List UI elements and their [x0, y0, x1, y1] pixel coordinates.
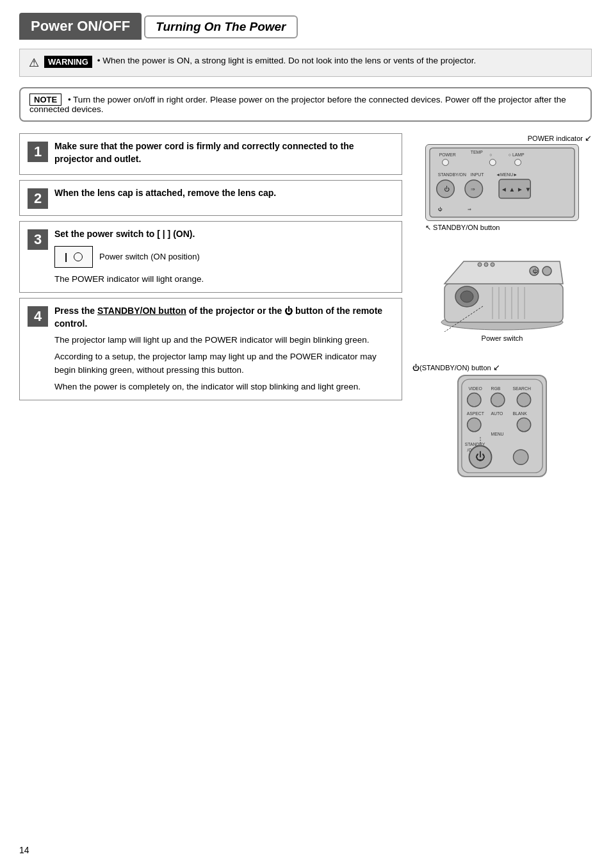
step-2-content: When the lens cap is attached, remove th…: [54, 187, 394, 202]
step-3-body: The POWER indicator will light orange.: [54, 273, 394, 286]
power-indicator-label: POWER indicator: [528, 135, 583, 142]
steps-column: 1 Make sure that the power cord is firml…: [19, 133, 402, 477]
diagrams-column: POWER indicator ↙ POWER TEMP ○ ○ LAMP ST…: [412, 133, 592, 477]
warning-icon: ⚠: [29, 56, 39, 70]
svg-text:INPUT: INPUT: [471, 172, 484, 177]
step-4-body3: When the power is completely on, the ind…: [54, 381, 394, 393]
svg-text:BLANK: BLANK: [513, 411, 528, 416]
section-title: Turning On The Power: [144, 15, 297, 38]
svg-point-5: [443, 160, 449, 166]
svg-point-6: [489, 160, 496, 166]
step-1-number: 1: [28, 142, 48, 162]
step-2-title: When the lens cap is attached, remove th…: [54, 187, 394, 200]
projector-side-svg: ⏻: [425, 249, 579, 332]
switch-box: |: [54, 246, 93, 268]
svg-text:◄MENU►: ◄MENU►: [496, 172, 517, 177]
svg-point-23: [460, 291, 473, 302]
svg-point-36: [491, 263, 494, 266]
step-4: 4 Press the STANDBY/ON button of the pro…: [19, 298, 402, 400]
step-4-body1: The projector lamp will light up and the…: [54, 334, 394, 347]
projector-diagram: POWER indicator ↙ POWER TEMP ○ ○ LAMP ST…: [412, 133, 592, 232]
svg-point-33: [542, 266, 551, 275]
svg-text:○ LAMP: ○ LAMP: [509, 152, 525, 157]
svg-point-48: [517, 418, 530, 431]
header-title: Power ON/OFF: [31, 18, 130, 34]
svg-text:MENU: MENU: [491, 432, 504, 436]
svg-text:SEARCH: SEARCH: [513, 386, 531, 391]
step-1-content: Make sure that the power cord is firmly …: [54, 140, 394, 168]
svg-text:⏻: ⏻: [475, 451, 485, 462]
standby-button-label: STANDBY/ON button: [433, 224, 500, 231]
page-number: 14: [19, 845, 29, 855]
step-3-number: 3: [28, 229, 48, 250]
svg-text:RGB: RGB: [491, 386, 501, 391]
svg-point-35: [484, 263, 488, 266]
step-3-content: Set the power switch to [ | ] (ON). | Po…: [54, 228, 394, 286]
svg-text:⇒: ⇒: [468, 207, 471, 211]
remote-svg: VIDEO RGB SEARCH ASPECT AUTO BLANK MENU …: [457, 375, 547, 477]
svg-text:⏻: ⏻: [444, 186, 450, 192]
svg-text:STANDBY/ON: STANDBY/ON: [438, 172, 466, 177]
projector-3d-diagram: ⏻ Power switch: [412, 249, 592, 342]
svg-point-47: [468, 418, 481, 431]
note-box: NOTE • Turn the power on/off in right or…: [19, 87, 592, 122]
step-4-content: Press the STANDBY/ON button of the proje…: [54, 305, 394, 393]
warning-text: • When the power is ON, a strong light i…: [97, 56, 477, 65]
svg-text:○: ○: [489, 152, 492, 157]
power-switch-label: Power switch: [412, 334, 592, 342]
svg-text:⇒: ⇒: [471, 186, 475, 192]
svg-text:TEMP: TEMP: [471, 150, 484, 154]
svg-point-43: [517, 393, 530, 407]
svg-text:VIDEO: VIDEO: [469, 386, 482, 391]
svg-text:POWER: POWER: [439, 152, 456, 157]
step-1-title: Make sure that the power cord is firmly …: [54, 140, 394, 165]
projector-top-svg: POWER TEMP ○ ○ LAMP STANDBY/ON INPUT ◄ME…: [425, 144, 579, 221]
svg-text:⏻: ⏻: [532, 268, 538, 274]
switch-i-symbol: |: [65, 251, 67, 262]
svg-point-7: [515, 160, 521, 166]
svg-text:AUTO: AUTO: [491, 411, 503, 416]
step-3: 3 Set the power switch to [ | ] (ON). | …: [19, 221, 402, 293]
svg-text:◄ ▲ ► ▼: ◄ ▲ ► ▼: [501, 186, 531, 193]
switch-o-symbol: [74, 252, 83, 261]
svg-point-34: [478, 263, 482, 266]
svg-text:ASPECT: ASPECT: [467, 411, 484, 416]
page-header: Power ON/OFF: [19, 13, 142, 40]
svg-text:⏻: ⏻: [438, 207, 443, 211]
arrow-right-icon: ↙: [585, 133, 592, 143]
step-4-body2: According to a setup, the projector lamp…: [54, 350, 394, 377]
svg-point-41: [468, 393, 481, 407]
svg-point-42: [491, 393, 505, 407]
power-switch-diagram: | Power switch (ON position): [54, 246, 394, 268]
remote-diagram: ⏻(STANDBY/ON) button ↙ VIDEO RGB SEARCH …: [412, 363, 592, 477]
step-4-title: Press the STANDBY/ON button of the proje…: [54, 305, 394, 330]
step-3-title: Set the power switch to [ | ] (ON).: [54, 228, 394, 241]
switch-label: Power switch (ON position): [99, 252, 200, 261]
step-2-number: 2: [28, 188, 48, 209]
note-text: • Turn the power on/off in right order. …: [29, 95, 566, 114]
step-4-number: 4: [28, 306, 48, 327]
step-2: 2 When the lens cap is attached, remove …: [19, 180, 402, 216]
remote-label: ⏻(STANDBY/ON) button: [412, 364, 491, 372]
svg-point-54: [513, 450, 528, 464]
warning-label: WARNING: [44, 56, 92, 68]
warning-box: ⚠ WARNING • When the power is ON, a stro…: [19, 49, 592, 77]
step-1: 1 Make sure that the power cord is firml…: [19, 133, 402, 175]
